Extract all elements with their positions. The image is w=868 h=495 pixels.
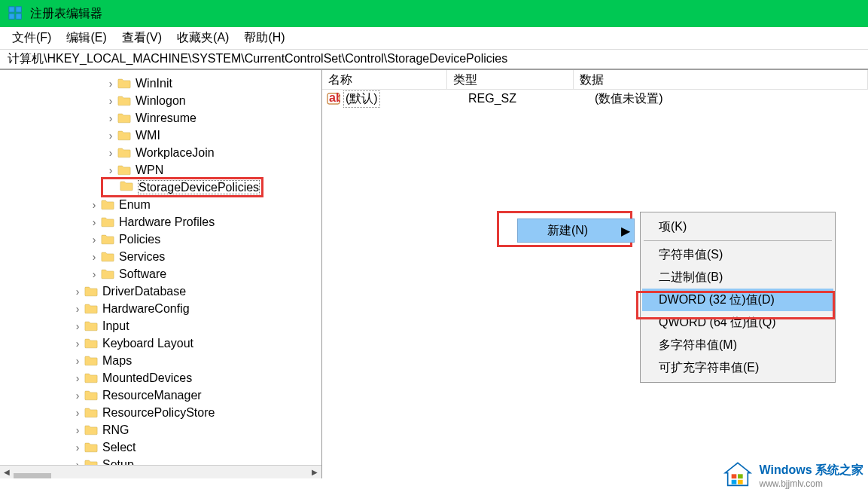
svg-rect-0 <box>9 7 14 12</box>
expander-icon[interactable] <box>89 269 99 280</box>
tree-item-label: Winresume <box>136 112 196 125</box>
tree-item-label: WPN <box>136 163 163 177</box>
context-menu-item[interactable]: 二进制值(B) <box>642 266 833 289</box>
expander-icon[interactable] <box>72 408 83 418</box>
tree-item-label: Select <box>102 441 136 454</box>
tree-item[interactable]: Winlogon <box>0 92 321 109</box>
tree-item-label: RNG <box>102 423 129 437</box>
tree-item[interactable]: StorageDevicePolicies <box>0 179 321 196</box>
selected-key-highlight: StorageDevicePolicies <box>101 177 263 197</box>
tree-item-label: Services <box>119 250 165 264</box>
context-menu-item[interactable]: 字符串值(S) <box>642 243 833 266</box>
expander-icon[interactable] <box>89 252 99 262</box>
tree-item[interactable]: Services <box>0 248 321 265</box>
svg-rect-9 <box>732 480 737 484</box>
context-menu-item[interactable]: 项(K) <box>642 215 833 238</box>
tree-item-label: ResourceManager <box>102 389 202 402</box>
menu-file[interactable]: 文件(F) <box>5 27 59 49</box>
expander-icon[interactable] <box>105 113 116 124</box>
svg-rect-7 <box>732 474 737 478</box>
expander-icon[interactable] <box>89 217 99 228</box>
title-bar: 注册表编辑器 <box>0 0 868 27</box>
context-menu-new[interactable]: 新建(N) ▶ <box>517 218 635 243</box>
tree-item[interactable]: Input <box>0 317 321 335</box>
col-header-name[interactable]: 名称 <box>322 70 447 89</box>
expander-icon[interactable] <box>72 425 83 435</box>
svg-rect-1 <box>16 7 21 12</box>
tree-item[interactable]: WPN <box>0 161 321 179</box>
list-row[interactable]: ab (默认) REG_SZ (数值未设置) <box>322 90 868 108</box>
tree-item-label: Software <box>119 267 166 281</box>
horizontal-scrollbar[interactable]: ◀ ▶ <box>0 465 321 478</box>
menu-edit[interactable]: 编辑(E) <box>59 27 114 49</box>
address-text: 计算机\HKEY_LOCAL_MACHINE\SYSTEM\CurrentCon… <box>8 51 507 67</box>
tree-item-label: WorkplaceJoin <box>136 146 215 160</box>
context-submenu: 项(K)字符串值(S)二进制值(B)DWORD (32 位)值(D)QWORD … <box>640 212 836 383</box>
tree-item[interactable]: Enum <box>0 196 321 213</box>
value-type: REG_SZ <box>468 92 595 105</box>
tree-item-label: DriverDatabase <box>102 285 186 298</box>
scroll-right-arrow[interactable]: ▶ <box>308 466 321 479</box>
svg-rect-3 <box>16 14 21 19</box>
expander-icon[interactable] <box>72 321 83 332</box>
tree-item-label: WMI <box>136 129 160 142</box>
watermark-url: www.bjjmlv.com <box>759 478 863 489</box>
tree-item-label: HardwareConfig <box>102 302 190 316</box>
expander-icon[interactable] <box>89 200 99 210</box>
tree-item[interactable]: Policies <box>0 231 321 248</box>
tree-item-label: Hardware Profiles <box>119 215 215 229</box>
tree-item-label: Keyboard Layout <box>102 337 193 350</box>
menu-fav[interactable]: 收藏夹(A) <box>169 27 236 49</box>
context-menu-item[interactable]: 多字符串值(M) <box>642 334 833 356</box>
tree-item[interactable]: HardwareConfig <box>0 300 321 317</box>
expander-icon[interactable] <box>89 234 99 245</box>
tree-item[interactable]: Winresume <box>0 109 321 127</box>
context-new-highlight: 新建(N) ▶ <box>497 211 632 247</box>
tree-item[interactable]: MountedDevices <box>0 369 321 387</box>
tree-item[interactable]: Software <box>0 265 321 283</box>
tree-item[interactable]: WMI <box>0 127 321 144</box>
expander-icon[interactable] <box>72 286 83 297</box>
expander-icon[interactable] <box>72 304 83 314</box>
expander-icon[interactable] <box>72 390 83 401</box>
scroll-left-arrow[interactable]: ◀ <box>0 466 14 479</box>
address-bar[interactable]: 计算机\HKEY_LOCAL_MACHINE\SYSTEM\CurrentCon… <box>0 50 868 69</box>
tree-item[interactable]: Keyboard Layout <box>0 335 321 352</box>
menu-help[interactable]: 帮助(H) <box>236 27 292 49</box>
svg-rect-10 <box>738 480 743 484</box>
expander-icon[interactable] <box>72 338 83 349</box>
tree-item-label: StorageDevicePolicies <box>138 180 260 194</box>
tree-item[interactable]: ResourcePolicyStore <box>0 404 321 421</box>
menu-view[interactable]: 查看(V) <box>114 27 169 49</box>
watermark-logo-icon <box>723 460 753 490</box>
col-header-data[interactable]: 数据 <box>574 70 868 89</box>
value-data: (数值未设置) <box>595 91 868 107</box>
tree-item[interactable]: ResourceManager <box>0 387 321 404</box>
expander-icon[interactable] <box>105 130 116 141</box>
svg-rect-8 <box>738 474 743 478</box>
tree-item[interactable]: Select <box>0 438 321 456</box>
menu-bar: 文件(F) 编辑(E) 查看(V) 收藏夹(A) 帮助(H) <box>0 27 868 50</box>
context-menu-item[interactable]: QWORD (64 位)值(Q) <box>642 311 833 334</box>
expander-icon[interactable] <box>72 442 83 453</box>
tree-item[interactable]: Maps <box>0 352 321 369</box>
tree[interactable]: WinInitWinlogonWinresumeWMIWorkplaceJoin… <box>0 70 321 478</box>
tree-item[interactable]: DriverDatabase <box>0 283 321 300</box>
svg-rect-2 <box>9 14 14 19</box>
expander-icon[interactable] <box>105 148 116 158</box>
expander-icon[interactable] <box>72 373 83 383</box>
regedit-icon <box>8 5 24 22</box>
tree-item[interactable]: RNG <box>0 421 321 438</box>
expander-icon[interactable] <box>105 78 116 89</box>
tree-item[interactable]: WinInit <box>0 75 321 92</box>
context-menu-item[interactable]: DWORD (32 位)值(D) <box>642 289 833 311</box>
scroll-thumb[interactable] <box>14 473 51 479</box>
expander-icon[interactable] <box>72 356 83 366</box>
context-new-label: 新建(N) <box>518 223 617 239</box>
expander-icon[interactable] <box>105 165 116 176</box>
context-menu-item[interactable]: 可扩充字符串值(E) <box>642 356 833 379</box>
expander-icon[interactable] <box>105 96 116 106</box>
col-header-type[interactable]: 类型 <box>447 70 574 89</box>
tree-item[interactable]: Hardware Profiles <box>0 213 321 231</box>
tree-item[interactable]: WorkplaceJoin <box>0 144 321 161</box>
